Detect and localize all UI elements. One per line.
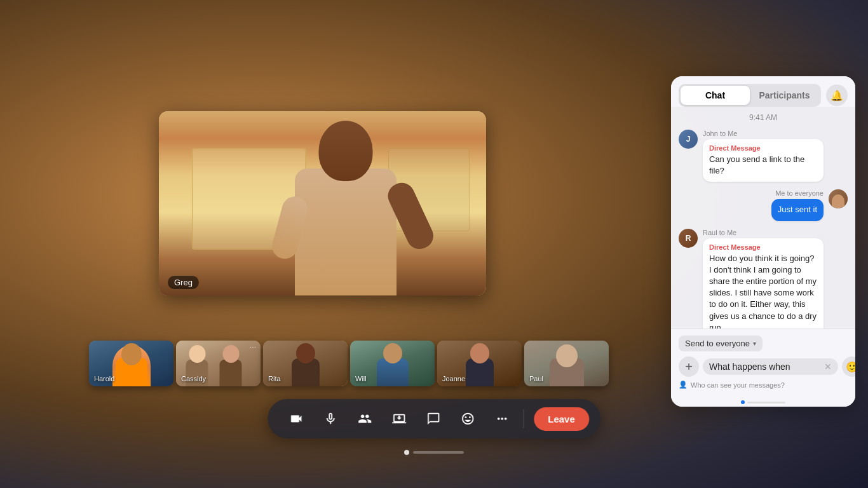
msg-sender-raul: Raul to Me bbox=[703, 229, 824, 236]
chat-messages: 9:41 AM J John to Me Direct Message Can … bbox=[671, 107, 855, 329]
plus-icon: + bbox=[685, 360, 693, 374]
msg-content-me: Me to everyone Just sent it bbox=[771, 189, 824, 220]
thumb-name-cassidy: Cassidy bbox=[181, 375, 206, 383]
msg-text-me: Just sent it bbox=[778, 204, 817, 215]
tab-group: Chat Participants bbox=[679, 84, 821, 107]
video-button[interactable] bbox=[281, 404, 311, 433]
send-to-label: Send to everyone bbox=[685, 339, 750, 348]
avatar-raul: R bbox=[679, 229, 698, 248]
more-button[interactable] bbox=[487, 404, 517, 433]
msg-content-raul: Raul to Me Direct Message How do you thi… bbox=[703, 229, 824, 329]
tab-chat[interactable]: Chat bbox=[681, 86, 750, 105]
reactions-button[interactable] bbox=[453, 404, 482, 433]
tab-participants[interactable]: Participants bbox=[750, 86, 819, 105]
thumb-name-rita: Rita bbox=[268, 375, 281, 383]
thumbnail-cassidy[interactable]: ··· Cassidy bbox=[176, 341, 261, 386]
msg-sender-john: John to Me bbox=[703, 130, 824, 137]
chat-tabs: Chat Participants 🔔 bbox=[671, 76, 855, 107]
msg-text-raul: How do you think it is going? I don't th… bbox=[709, 253, 817, 329]
b-track bbox=[747, 402, 785, 403]
thumbnail-strip: Harold ··· Cassidy Rita bbox=[89, 341, 609, 386]
chat-panel: Chat Participants 🔔 9:41 AM J John to Me… bbox=[671, 76, 855, 407]
message-john: J John to Me Direct Message Can you send… bbox=[679, 130, 848, 182]
scroll-indicator bbox=[404, 450, 464, 455]
send-to-row: Send to everyone ▾ bbox=[679, 336, 848, 351]
thumb-name-paul: Paul bbox=[529, 375, 543, 383]
chat-button[interactable] bbox=[419, 404, 448, 433]
thumbnail-paul[interactable]: Paul bbox=[524, 341, 609, 386]
chat-input-wrap: ✕ bbox=[703, 358, 838, 375]
chat-footer: Send to everyone ▾ + ✕ 🙂 👤 Who can see y… bbox=[671, 329, 855, 396]
more-options-cassidy[interactable]: ··· bbox=[250, 344, 257, 351]
chat-time: 9:41 AM bbox=[679, 113, 848, 122]
input-row: + ✕ 🙂 bbox=[679, 356, 848, 377]
add-attachment-button[interactable]: + bbox=[679, 356, 699, 377]
separator bbox=[523, 409, 524, 428]
bell-icon: 🔔 bbox=[831, 90, 843, 102]
message-me: Me to everyone Just sent it bbox=[679, 189, 848, 220]
msg-sender-me: Me to everyone bbox=[775, 189, 824, 197]
bottom-scroll bbox=[671, 396, 855, 407]
msg-bubble-me: Just sent it bbox=[771, 199, 824, 220]
b-dot-1 bbox=[741, 400, 745, 404]
msg-bubble-raul: Direct Message How do you think it is go… bbox=[703, 238, 824, 329]
thumb-name-joanne: Joanne bbox=[442, 375, 465, 383]
dm-label-john: Direct Message bbox=[709, 144, 817, 152]
send-to-button[interactable]: Send to everyone ▾ bbox=[679, 336, 763, 351]
dm-label-raul: Direct Message bbox=[709, 243, 817, 251]
chevron-down-icon: ▾ bbox=[753, 340, 756, 347]
thumb-name-harold: Harold bbox=[94, 375, 114, 383]
share-button[interactable] bbox=[384, 404, 414, 433]
chat-input[interactable] bbox=[709, 362, 820, 372]
notification-button[interactable]: 🔔 bbox=[826, 85, 848, 106]
main-video: Greg bbox=[159, 111, 486, 295]
avatar-john: J bbox=[679, 130, 698, 149]
avatar-me bbox=[829, 189, 848, 208]
thumbnail-will[interactable]: Will bbox=[350, 341, 435, 386]
msg-bubble-john: Direct Message Can you send a link to th… bbox=[703, 139, 824, 182]
thumbnail-rita[interactable]: Rita bbox=[263, 341, 348, 386]
who-can-see: 👤 Who can see your messages? bbox=[679, 381, 848, 389]
emoji-icon: 🙂 bbox=[846, 361, 855, 373]
emoji-button[interactable]: 🙂 bbox=[842, 356, 855, 377]
speaker-name: Greg bbox=[168, 276, 199, 289]
dot-1 bbox=[404, 450, 409, 455]
person-icon: 👤 bbox=[679, 381, 688, 389]
mic-button[interactable] bbox=[316, 404, 345, 433]
thumb-name-will: Will bbox=[355, 375, 367, 383]
thumbnail-joanne[interactable]: Joanne bbox=[437, 341, 522, 386]
clear-input-button[interactable]: ✕ bbox=[824, 362, 832, 372]
scroll-bar bbox=[413, 451, 464, 454]
participants-button[interactable] bbox=[350, 404, 379, 433]
thumbnail-harold[interactable]: Harold bbox=[89, 341, 173, 386]
who-can-see-label: Who can see your messages? bbox=[691, 381, 785, 389]
message-raul: R Raul to Me Direct Message How do you t… bbox=[679, 229, 848, 329]
control-bar: Leave bbox=[268, 399, 600, 438]
leave-button[interactable]: Leave bbox=[534, 407, 589, 431]
msg-content-john: John to Me Direct Message Can you send a… bbox=[703, 130, 824, 182]
msg-text-john: Can you send a link to the file? bbox=[709, 154, 817, 177]
